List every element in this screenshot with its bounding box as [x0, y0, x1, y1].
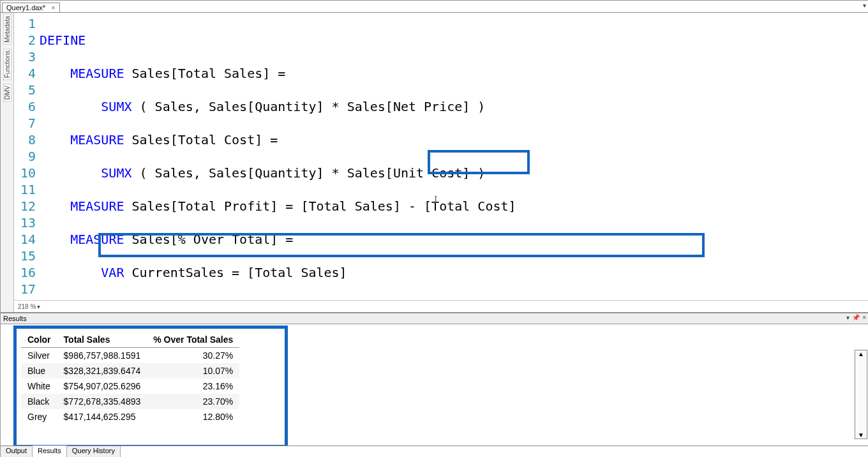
- code-editor[interactable]: 123 456 789 101112 131415 1617 DEFINE ME…: [14, 13, 868, 300]
- code-body[interactable]: DEFINE MEASURE Sales[Total Sales] = SUMX…: [40, 15, 868, 300]
- table-row[interactable]: Silver$986,757,988.159130.27%: [21, 348, 239, 364]
- line-number-gutter: 123 456 789 101112 131415 1617: [14, 15, 40, 300]
- tab-results[interactable]: Results: [33, 446, 67, 457]
- tab-query-history[interactable]: Query History: [67, 446, 121, 457]
- side-tab-functions[interactable]: Functions: [3, 49, 11, 80]
- document-tabstrip: Query1.dax* × ▾: [1, 1, 868, 13]
- results-scrollbar[interactable]: ▲ ▼: [855, 350, 867, 439]
- scroll-up-icon[interactable]: ▲: [858, 350, 864, 357]
- side-tab-metadata[interactable]: Metadata: [3, 14, 11, 45]
- col-pct-over-total[interactable]: % Over Total Sales: [147, 332, 239, 348]
- tab-title: Query1.dax*: [6, 4, 45, 11]
- close-icon[interactable]: ×: [51, 4, 55, 11]
- results-title: Results: [3, 315, 27, 322]
- results-panel-header: Results ▾ 📌 ×: [1, 313, 868, 324]
- chevron-down-icon: ▾: [37, 303, 40, 310]
- zoom-label: 218 %: [18, 303, 36, 310]
- zoom-indicator[interactable]: 218 % ▾: [14, 300, 868, 312]
- panel-pin-icon[interactable]: 📌: [852, 314, 860, 321]
- bottom-tabstrip: Output Results Query History: [1, 446, 868, 457]
- table-header-row: Color Total Sales % Over Total Sales: [21, 332, 239, 348]
- side-toolwindow-tabs: Metadata Functions DMV: [1, 13, 14, 312]
- results-panel: Color Total Sales % Over Total Sales Sil…: [1, 324, 868, 446]
- mouse-ibeam-icon: I: [434, 191, 437, 208]
- tab-query1[interactable]: Query1.dax* ×: [2, 3, 60, 12]
- col-total-sales[interactable]: Total Sales: [57, 332, 147, 348]
- side-tab-dmv[interactable]: DMV: [3, 84, 11, 101]
- tab-output[interactable]: Output: [1, 446, 33, 457]
- col-color[interactable]: Color: [21, 332, 57, 348]
- table-row[interactable]: White$754,907,025.629623.16%: [21, 378, 239, 394]
- panel-menu-icon[interactable]: ▾: [846, 314, 849, 321]
- tabstrip-overflow-icon[interactable]: ▾: [863, 2, 866, 9]
- scroll-down-icon[interactable]: ▼: [858, 431, 864, 438]
- results-grid[interactable]: Color Total Sales % Over Total Sales Sil…: [21, 332, 239, 424]
- panel-close-icon[interactable]: ×: [862, 314, 866, 321]
- table-row[interactable]: Black$772,678,335.489323.70%: [21, 394, 239, 409]
- table-row[interactable]: Blue$328,321,839.647410.07%: [21, 363, 239, 378]
- table-row[interactable]: Grey$417,144,625.29512.80%: [21, 409, 239, 424]
